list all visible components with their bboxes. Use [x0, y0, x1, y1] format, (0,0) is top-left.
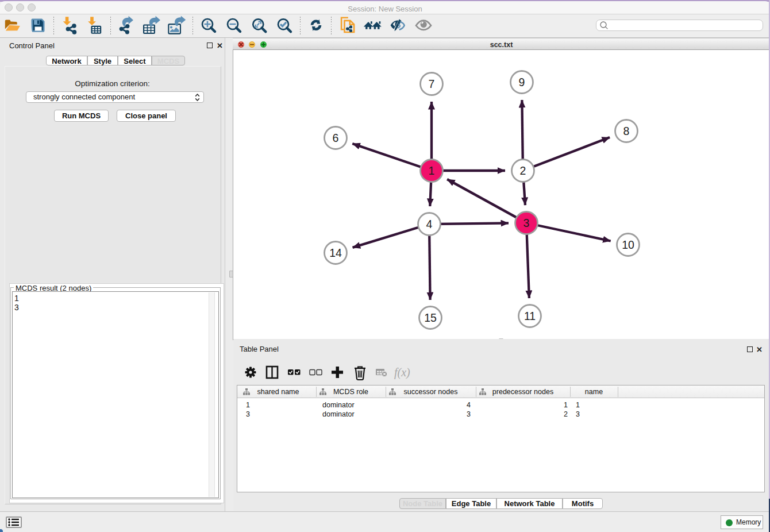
svg-text:11: 11: [524, 310, 536, 322]
svg-text:4: 4: [426, 218, 433, 230]
svg-text:14: 14: [329, 246, 342, 259]
svg-text:6: 6: [333, 132, 339, 144]
svg-text:3: 3: [523, 217, 530, 229]
svg-text:2: 2: [520, 164, 526, 177]
svg-text:f(x): f(x): [394, 366, 410, 379]
svg-text:1: 1: [429, 164, 435, 177]
svg-text:9: 9: [519, 76, 525, 88]
svg-text:10: 10: [622, 238, 634, 251]
svg-text:8: 8: [623, 125, 630, 137]
svg-text:15: 15: [424, 311, 437, 324]
svg-text:7: 7: [429, 78, 435, 90]
